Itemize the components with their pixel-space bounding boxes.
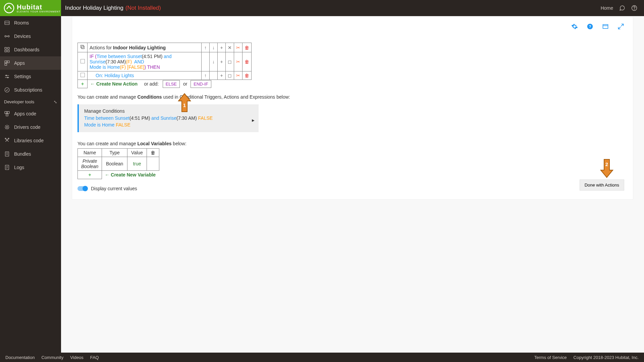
brand-tagline: ELEVATE YOUR ENVIRONMENT	[17, 10, 60, 13]
chat-icon[interactable]	[619, 5, 625, 11]
install-status: (Not Installed)	[125, 5, 161, 11]
home-link[interactable]: Home	[601, 5, 613, 11]
page-title-area: Indoor Holiday Lighting (Not Installed)	[61, 5, 601, 11]
logo[interactable]: Hubitat ELEVATE YOUR ENVIRONMENT	[0, 0, 61, 16]
topbar: Hubitat ELEVATE YOUR ENVIRONMENT Indoor …	[0, 0, 644, 16]
help-icon[interactable]	[631, 5, 637, 11]
page-title: Indoor Holiday Lighting	[65, 5, 123, 11]
svg-point-2	[634, 9, 635, 9]
svg-point-0	[4, 3, 14, 13]
hubitat-logo-icon	[3, 2, 15, 14]
brand-name: Hubitat	[17, 3, 60, 11]
